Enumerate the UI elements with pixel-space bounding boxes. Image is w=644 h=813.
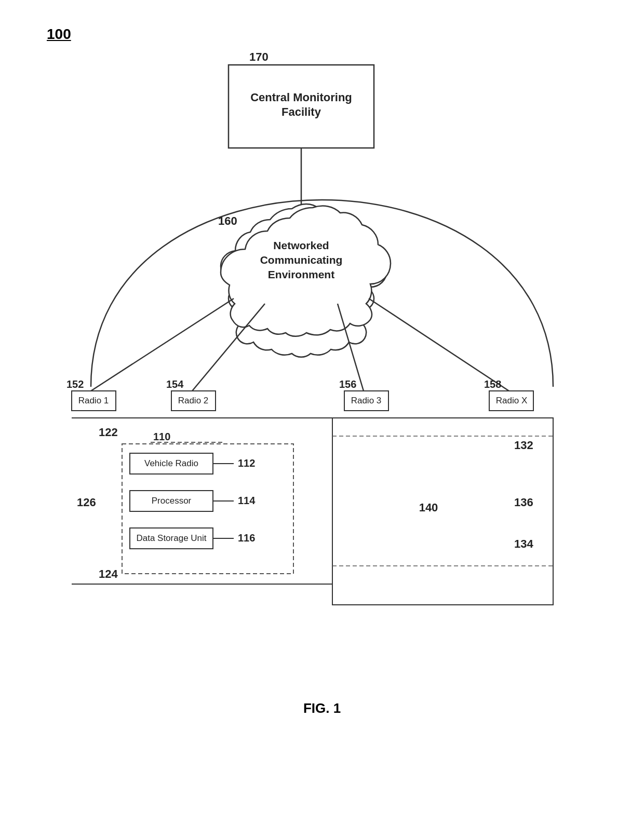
ref-110: 110 <box>153 431 170 442</box>
network-label2: Communicating <box>260 254 343 266</box>
radio1-label: Radio 1 <box>78 396 109 405</box>
ref-124: 124 <box>99 567 118 580</box>
ref-160: 160 <box>218 214 237 227</box>
svg-line-1 <box>91 299 234 391</box>
ref-154: 154 <box>166 378 184 390</box>
ref-122: 122 <box>99 426 118 439</box>
ref-134: 134 <box>514 537 533 550</box>
network-label1: Networked <box>273 239 329 251</box>
ref-126: 126 <box>77 496 96 509</box>
diagram-container: 100 170 Central Monitoring Facility Netw… <box>42 21 602 748</box>
fig-label: FIG. 1 <box>303 700 341 716</box>
ref-170: 170 <box>249 50 269 63</box>
ref-140: 140 <box>419 501 438 514</box>
ref-158: 158 <box>484 378 501 390</box>
vehicle-radio-label: Vehicle Radio <box>144 458 198 468</box>
ref-136: 136 <box>514 496 533 509</box>
diagram-svg: 170 Central Monitoring Facility Networke… <box>42 21 602 748</box>
svg-line-2 <box>192 304 265 391</box>
ref-116: 116 <box>238 532 255 544</box>
radio3-label: Radio 3 <box>351 396 382 405</box>
ref-132: 132 <box>514 439 533 452</box>
central-facility-label2: Facility <box>281 105 321 118</box>
data-storage-label: Data Storage Unit <box>136 533 206 543</box>
processor-label: Processor <box>152 496 192 506</box>
ref-156: 156 <box>339 378 356 390</box>
central-facility-label: Central Monitoring <box>250 91 352 104</box>
ref-152: 152 <box>66 378 84 390</box>
svg-line-4 <box>369 299 509 391</box>
ref-112: 112 <box>238 457 255 469</box>
network-label3: Environment <box>268 268 334 280</box>
radio2-label: Radio 2 <box>178 396 209 405</box>
radioX-label: Radio X <box>496 396 527 405</box>
ref-114: 114 <box>238 495 256 506</box>
